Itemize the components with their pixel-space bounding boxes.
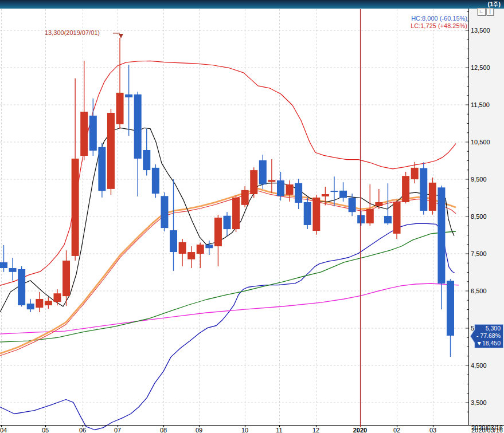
chart-plot[interactable]: 13,50012,50011,50010,5009,5008,5007,5006… [0, 0, 504, 433]
x-axis-label: 02 [393, 427, 400, 433]
candle-33 [295, 183, 302, 203]
candle-0 [0, 262, 7, 268]
current-price-change-pct: - 77.68% [471, 332, 501, 340]
candle-39 [349, 198, 356, 212]
high-label: HC:8,000 (-60.15%) [411, 15, 467, 22]
candle-16 [143, 150, 150, 170]
peak-annotation-label: 13,300(2019/07/01) [45, 29, 100, 36]
candle-4 [36, 299, 43, 308]
candle-45 [402, 176, 409, 202]
x-axis-label: 06 [79, 427, 86, 433]
chart-toolbar-button-1[interactable]: ∟ [477, 8, 486, 15]
current-price-badge: 5,300 - 77.68% ▼18,450 [470, 324, 503, 348]
candle-32 [286, 184, 294, 195]
candle-29 [259, 160, 267, 184]
candle-10 [89, 116, 97, 151]
x-axis-label: 05 [42, 427, 49, 433]
candle-14 [125, 95, 132, 97]
candle-3 [27, 304, 34, 309]
series-band_lower [0, 223, 455, 430]
candle-2 [18, 269, 25, 305]
candle-46 [411, 168, 419, 179]
candle-23 [205, 245, 213, 248]
candle-25 [224, 216, 231, 229]
candle-15 [134, 95, 142, 159]
candle-21 [187, 252, 195, 259]
y-axis-label: 12,500 [471, 64, 490, 71]
x-axis-label: 04 [0, 427, 7, 433]
candle-26 [232, 198, 240, 229]
candle-7 [62, 261, 70, 296]
candle-37 [330, 191, 338, 192]
candle-41 [366, 209, 374, 223]
candle-6 [53, 293, 61, 302]
y-axis-label: 13,500 [471, 27, 490, 34]
candle-11 [98, 147, 106, 191]
candle-36 [322, 194, 329, 196]
candle-43 [384, 216, 392, 223]
low-label: LC:1,725 (+48.25%) [411, 22, 467, 30]
candle-40 [357, 215, 365, 223]
chart-window: (1) 13,50012,50011,50010,5009,5008,5007,… [0, 0, 504, 433]
candle-35 [312, 198, 320, 231]
y-axis-label: 9,500 [471, 176, 487, 183]
candle-18 [161, 196, 168, 228]
candle-13 [116, 93, 124, 124]
y-axis-label: 11,500 [471, 101, 490, 108]
candle-17 [152, 168, 159, 194]
high-low-overlay: HC:8,000 (-60.15%) LC:1,725 (+48.25%) [411, 15, 467, 30]
ma-lines-layer [0, 61, 459, 430]
candle-22 [197, 245, 204, 254]
x-axis-label: 2020 [353, 427, 367, 433]
candle-19 [170, 230, 177, 252]
candle-27 [241, 190, 249, 205]
last-date-label: 2020/03/16 [471, 424, 503, 431]
y-axis-label: 10,500 [471, 139, 490, 145]
x-axis-label: 03 [429, 427, 436, 433]
y-axis-label: 6,500 [471, 288, 487, 294]
chart-toolbar-button-2[interactable]: ❘ [486, 8, 494, 15]
candle-24 [214, 218, 222, 246]
candle-38 [339, 191, 347, 198]
x-axis-label: 12 [312, 427, 319, 433]
candle-9 [80, 112, 88, 156]
candle-20 [179, 242, 186, 254]
current-price-change-abs: ▼18,450 [471, 340, 501, 347]
y-axis-label: 8,500 [471, 213, 487, 220]
candle-47 [420, 168, 427, 211]
candle-48 [429, 183, 436, 211]
x-axis-label: 11 [276, 427, 282, 433]
candle-12 [107, 113, 115, 189]
series-band_upper [0, 61, 456, 285]
candle-50 [447, 281, 454, 336]
x-axis-label: 08 [160, 427, 167, 433]
candle-28 [250, 170, 257, 194]
candle-8 [72, 159, 79, 256]
candle-5 [45, 301, 52, 305]
current-price-value: 5,300 [471, 325, 501, 332]
candle-31 [277, 180, 284, 196]
candle-49 [437, 187, 445, 284]
x-axis-label: 10 [241, 427, 248, 433]
candle-42 [375, 202, 382, 206]
candles-layer [0, 38, 454, 357]
y-axis-label: 4,500 [471, 362, 487, 369]
candle-44 [393, 202, 401, 234]
candle-34 [304, 202, 311, 225]
x-axis-label: 07 [114, 427, 121, 433]
candle-30 [268, 180, 275, 182]
x-axis-label: 09 [196, 427, 202, 433]
candle-1 [9, 268, 17, 272]
y-axis-label: 7,500 [471, 250, 487, 257]
y-axis-label: 3,500 [471, 399, 487, 406]
